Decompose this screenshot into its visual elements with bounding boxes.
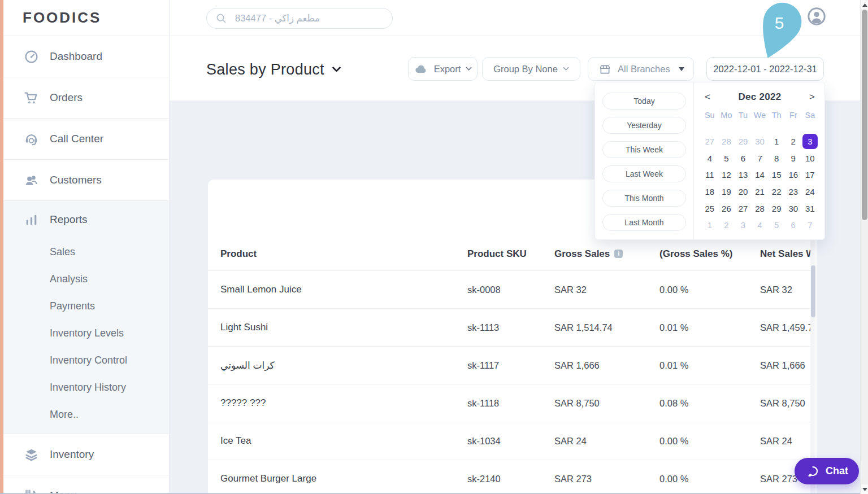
quick-range-today[interactable]: Today — [602, 93, 686, 110]
calendar-day[interactable]: 8 — [768, 150, 785, 167]
sidebar-item-inventory-history[interactable]: Inventory History — [3, 374, 169, 401]
calendar-dayname: Su — [701, 111, 718, 122]
calendar-day[interactable]: 2 — [718, 217, 735, 234]
info-icon[interactable]: i — [614, 250, 623, 258]
calendar-day[interactable]: 25 — [701, 200, 718, 217]
calendar-day[interactable]: 9 — [785, 150, 802, 167]
sidebar-item-call-center[interactable]: Call Center — [3, 119, 169, 160]
logo-row: FOODICS — [3, 0, 169, 36]
chat-bubble-icon — [805, 465, 821, 478]
user-avatar-icon[interactable] — [807, 7, 826, 28]
calendar-day[interactable]: 15 — [768, 167, 785, 183]
cell-sku: sk-1034 — [467, 436, 554, 447]
account-search-box[interactable] — [206, 8, 393, 29]
calendar-day[interactable]: 17 — [802, 167, 819, 183]
quick-range-list: TodayYesterdayThis WeekLast WeekThis Mon… — [602, 93, 686, 231]
calendar-nav: < Dec 2022 > — [702, 90, 818, 104]
calendar-day[interactable]: 26 — [718, 200, 735, 217]
table-row: Ice Teask-1034SAR 240.00 %SAR 24 — [208, 422, 810, 460]
page-title: Sales by Product — [206, 61, 324, 78]
calendar-day[interactable]: 11 — [701, 167, 718, 183]
sidebar-item-sales[interactable]: Sales — [3, 238, 169, 265]
table-scrollbar-thumb[interactable] — [811, 265, 815, 317]
calendar-day[interactable]: 23 — [785, 183, 802, 200]
calendar-day[interactable]: 21 — [752, 183, 769, 200]
quick-range-last-week[interactable]: Last Week — [602, 165, 686, 182]
quick-range-yesterday[interactable]: Yesterday — [602, 117, 686, 134]
cell-gross: SAR 273 — [554, 474, 659, 484]
calendar-day[interactable]: 2 — [785, 133, 802, 150]
calendar-day[interactable]: 10 — [802, 150, 819, 167]
calendar-day[interactable]: 31 — [802, 200, 819, 217]
calendar-day[interactable]: 30 — [785, 200, 802, 217]
date-range-input[interactable]: 2022-12-01 - 2022-12-31 — [706, 57, 824, 81]
sidebar-item-orders[interactable]: Orders — [3, 77, 169, 119]
calendar-prev-icon[interactable]: < — [702, 91, 713, 103]
export-button[interactable]: Export — [408, 57, 478, 81]
sidebar-item-customers[interactable]: Customers — [3, 160, 169, 201]
sidebar-item-inventory-levels[interactable]: Inventory Levels — [3, 320, 169, 347]
calendar-day[interactable]: 3 — [802, 133, 819, 150]
group-by-dropdown[interactable]: Group By None — [482, 57, 580, 81]
sidebar-item-menu[interactable]: Menu — [3, 475, 169, 494]
sidebar-item-analysis[interactable]: Analysis — [3, 265, 169, 292]
branches-filter-dropdown[interactable]: All Branches — [588, 57, 694, 81]
quick-range-this-week[interactable]: This Week — [602, 141, 686, 158]
branches-label: All Branches — [618, 64, 670, 75]
calendar-day[interactable]: 4 — [701, 150, 718, 167]
calendar-day[interactable]: 5 — [718, 150, 735, 167]
sidebar-item-more[interactable]: More.. — [3, 401, 169, 428]
sidebar-item-label: Inventory — [50, 448, 94, 461]
calendar-day[interactable]: 28 — [752, 200, 769, 217]
sidebar-item-inventory[interactable]: Inventory — [3, 434, 169, 475]
calendar-day[interactable]: 6 — [785, 217, 802, 234]
calendar-day[interactable]: 19 — [718, 183, 735, 200]
calendar-dayname: We — [752, 111, 769, 122]
calendar-day[interactable]: 1 — [701, 217, 718, 234]
table-row: Gourmet Burger Largesk-2140SAR 2730.00 %… — [208, 460, 810, 494]
calendar-day[interactable]: 5 — [768, 217, 785, 234]
calendar-day[interactable]: 16 — [785, 167, 802, 183]
app-root: FOODICS DashboardOrdersCall CenterCustom… — [0, 0, 868, 494]
calendar-day-names: SuMoTuWeThFrSa — [701, 111, 818, 122]
sidebar-item-payments[interactable]: Payments — [3, 292, 169, 320]
cell-product: Small Lemon Juice — [220, 284, 467, 295]
calendar-day[interactable]: 18 — [701, 183, 718, 200]
calendar-day[interactable]: 13 — [735, 167, 752, 183]
calendar-day[interactable]: 24 — [802, 183, 819, 200]
topbar — [170, 0, 868, 36]
calendar-day[interactable]: 3 — [735, 217, 752, 234]
calendar-day[interactable]: 7 — [802, 217, 819, 234]
sidebar-item-reports[interactable]: Reports — [3, 201, 169, 238]
calendar-day[interactable]: 29 — [735, 133, 752, 150]
calendar-day[interactable]: 22 — [768, 183, 785, 200]
chat-button[interactable]: Chat — [795, 458, 859, 484]
calendar-next-icon[interactable]: > — [806, 91, 818, 103]
search-input[interactable] — [234, 12, 385, 24]
calendar-day[interactable]: 28 — [718, 133, 735, 150]
calendar-day[interactable]: 4 — [752, 217, 769, 234]
notifications-bell-icon[interactable] — [787, 8, 804, 28]
report-switcher-chevron-down-icon[interactable] — [332, 64, 341, 75]
scrollbar-thumb[interactable] — [862, 10, 867, 220]
scrollbar-down-arrow[interactable] — [861, 484, 868, 494]
calendar-day[interactable]: 12 — [718, 167, 735, 183]
calendar-day[interactable]: 6 — [735, 150, 752, 167]
sidebar-item-inventory-control[interactable]: Inventory Control — [3, 347, 169, 374]
calendar-day[interactable]: 7 — [752, 150, 769, 167]
cell-gross: SAR 1,666 — [554, 360, 659, 371]
cell-net: SAR 24 — [760, 436, 810, 447]
calendar-day[interactable]: 29 — [768, 200, 785, 217]
calendar-day[interactable]: 27 — [701, 133, 718, 150]
cell-gross: SAR 24 — [554, 436, 659, 447]
sidebar-item-dashboard[interactable]: Dashboard — [3, 36, 169, 77]
table-row: كرات السوتيsk-1117SAR 1,6660.01 %SAR 1,6… — [208, 347, 810, 384]
scrollbar-up-arrow[interactable] — [861, 0, 868, 10]
quick-range-this-month[interactable]: This Month — [602, 190, 686, 207]
calendar-day[interactable]: 30 — [752, 133, 769, 150]
calendar-day[interactable]: 14 — [752, 167, 769, 183]
calendar-day[interactable]: 1 — [768, 133, 785, 150]
calendar-day[interactable]: 27 — [735, 200, 752, 217]
quick-range-last-month[interactable]: Last Month — [602, 214, 686, 231]
calendar-day[interactable]: 20 — [735, 183, 752, 200]
